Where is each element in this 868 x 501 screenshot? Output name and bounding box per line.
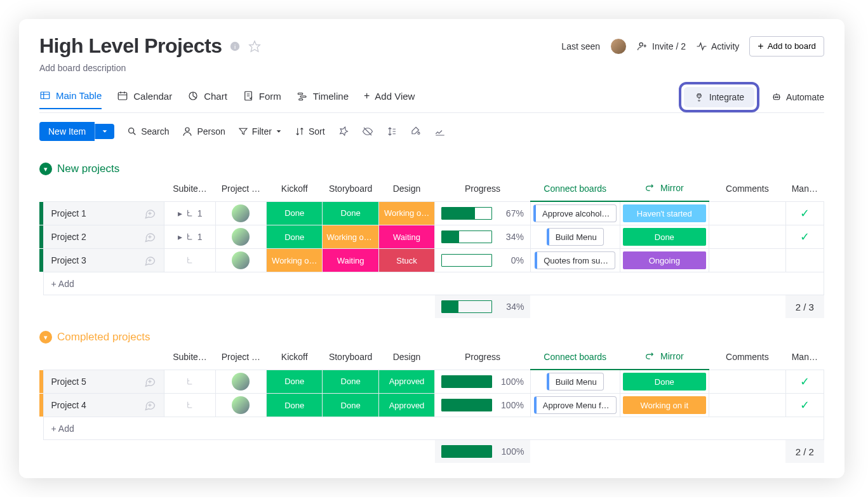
collapse-icon[interactable]: ▾ bbox=[39, 331, 52, 344]
mirror-cell[interactable]: Done bbox=[620, 225, 709, 249]
group-header[interactable]: ▾ Completed projects bbox=[39, 331, 824, 344]
storyboard-status[interactable]: Waiting bbox=[323, 249, 378, 272]
manager-cell[interactable]: ✓ bbox=[785, 225, 824, 249]
chat-icon[interactable] bbox=[144, 399, 156, 411]
manager-cell[interactable]: ✓ bbox=[785, 394, 824, 417]
connect-cell[interactable]: Quotes from su… bbox=[530, 249, 620, 272]
col-comments[interactable]: Comments bbox=[709, 179, 786, 201]
owner-cell[interactable] bbox=[215, 249, 266, 272]
integrate-button[interactable]: Integrate bbox=[684, 87, 754, 107]
manager-cell[interactable]: ✓ bbox=[785, 370, 824, 394]
col-connect[interactable]: Connect boards bbox=[530, 347, 620, 370]
col-design[interactable]: Design bbox=[378, 347, 434, 370]
owner-cell[interactable] bbox=[215, 370, 266, 394]
col-mirror[interactable]: Mirror bbox=[620, 347, 709, 370]
col-owner[interactable]: Project … bbox=[215, 179, 266, 201]
pin-icon[interactable] bbox=[338, 126, 349, 137]
board-description[interactable]: Add board description bbox=[39, 63, 824, 73]
item-name-cell[interactable]: Project 3 bbox=[43, 249, 164, 272]
mirror-cell[interactable]: Ongoing bbox=[620, 249, 709, 272]
mirror-cell[interactable]: Done bbox=[620, 370, 709, 394]
collapse-icon[interactable]: ▾ bbox=[39, 163, 52, 175]
col-subitems[interactable]: Subite… bbox=[164, 347, 215, 370]
view-calendar[interactable]: Calendar bbox=[117, 86, 172, 108]
mirror-cell[interactable]: Working on it bbox=[620, 394, 709, 417]
comments-cell[interactable] bbox=[709, 370, 786, 394]
new-item-dropdown[interactable] bbox=[95, 124, 114, 139]
col-storyboard[interactable]: Storyboard bbox=[323, 347, 378, 370]
manager-cell[interactable] bbox=[785, 249, 824, 272]
col-comments[interactable]: Comments bbox=[709, 347, 786, 370]
whiteboard-icon[interactable] bbox=[434, 126, 446, 137]
design-status[interactable]: Stuck bbox=[378, 249, 434, 272]
subitems-cell[interactable] bbox=[164, 249, 215, 272]
chat-icon[interactable] bbox=[144, 230, 156, 243]
col-subitems[interactable]: Subite… bbox=[164, 179, 215, 201]
connect-cell[interactable]: Approve alcohol… bbox=[530, 201, 620, 225]
chat-icon[interactable] bbox=[144, 207, 156, 220]
group-header[interactable]: ▾ New projects bbox=[39, 163, 824, 175]
kickoff-status[interactable]: Done bbox=[267, 370, 323, 394]
height-icon[interactable] bbox=[386, 126, 397, 137]
item-name-cell[interactable]: Project 5 bbox=[43, 370, 164, 394]
chat-icon[interactable] bbox=[144, 254, 156, 267]
storyboard-status[interactable]: Working on it bbox=[323, 225, 378, 249]
col-manager[interactable]: Man… bbox=[785, 179, 824, 201]
sort-button[interactable]: Sort bbox=[295, 126, 325, 137]
manager-cell[interactable]: ✓ bbox=[785, 201, 824, 225]
comments-cell[interactable] bbox=[709, 225, 786, 249]
col-progress[interactable]: Progress bbox=[435, 179, 531, 201]
comments-cell[interactable] bbox=[709, 201, 786, 225]
expand-icon[interactable]: ▸ bbox=[178, 232, 182, 242]
col-mirror[interactable]: Mirror bbox=[620, 179, 709, 201]
owner-cell[interactable] bbox=[215, 394, 266, 417]
col-manager[interactable]: Man… bbox=[785, 347, 824, 370]
col-progress[interactable]: Progress bbox=[435, 347, 531, 370]
owner-cell[interactable] bbox=[215, 225, 266, 249]
mirror-cell[interactable]: Haven't started bbox=[620, 201, 709, 225]
comments-cell[interactable] bbox=[709, 249, 786, 272]
comments-cell[interactable] bbox=[709, 394, 786, 417]
item-name-cell[interactable]: Project 2 bbox=[43, 225, 164, 249]
owner-cell[interactable] bbox=[215, 201, 266, 225]
design-status[interactable]: Working o… bbox=[378, 201, 434, 225]
last-seen-avatar[interactable] bbox=[610, 38, 627, 55]
search-button[interactable]: Search bbox=[127, 126, 169, 137]
connect-cell[interactable]: Approve Menu f… bbox=[530, 394, 620, 417]
person-filter-button[interactable]: Person bbox=[182, 126, 225, 137]
info-icon[interactable]: i bbox=[229, 41, 241, 52]
design-status[interactable]: Approved bbox=[378, 370, 434, 394]
kickoff-status[interactable]: Done bbox=[267, 201, 323, 225]
hide-icon[interactable] bbox=[362, 126, 373, 137]
invite-button[interactable]: Invite / 2 bbox=[637, 41, 686, 52]
filter-button[interactable]: Filter bbox=[238, 126, 282, 137]
expand-icon[interactable]: ▸ bbox=[178, 208, 182, 218]
subitems-cell[interactable]: ▸ 1 bbox=[164, 201, 215, 225]
storyboard-status[interactable]: Done bbox=[323, 370, 378, 394]
view-form[interactable]: Form bbox=[243, 86, 281, 108]
subitems-cell[interactable] bbox=[164, 370, 215, 394]
add-view-button[interactable]: +Add View bbox=[364, 86, 415, 108]
design-status[interactable]: Waiting bbox=[378, 225, 434, 249]
view-chart[interactable]: Chart bbox=[187, 86, 227, 108]
view-timeline[interactable]: Timeline bbox=[297, 86, 349, 108]
new-item-button[interactable]: New Item bbox=[39, 122, 95, 141]
col-kickoff[interactable]: Kickoff bbox=[267, 347, 323, 370]
item-name-cell[interactable]: Project 1 bbox=[43, 201, 164, 225]
add-item-row[interactable]: + Add bbox=[39, 272, 824, 295]
col-connect[interactable]: Connect boards bbox=[530, 179, 620, 201]
view-main-table[interactable]: Main Table bbox=[39, 86, 102, 109]
connect-cell[interactable]: Build Menu bbox=[530, 370, 620, 394]
star-icon[interactable] bbox=[248, 40, 261, 53]
color-icon[interactable] bbox=[410, 126, 422, 137]
automate-button[interactable]: Automate bbox=[771, 91, 824, 103]
subitems-cell[interactable]: ▸ 1 bbox=[164, 225, 215, 249]
storyboard-status[interactable]: Done bbox=[323, 394, 378, 417]
col-storyboard[interactable]: Storyboard bbox=[323, 179, 378, 201]
connect-cell[interactable]: Build Menu bbox=[530, 225, 620, 249]
item-name-cell[interactable]: Project 4 bbox=[43, 394, 164, 417]
col-owner[interactable]: Project … bbox=[215, 347, 266, 370]
subitems-cell[interactable] bbox=[164, 394, 215, 417]
storyboard-status[interactable]: Done bbox=[323, 201, 378, 225]
kickoff-status[interactable]: Done bbox=[267, 225, 323, 249]
